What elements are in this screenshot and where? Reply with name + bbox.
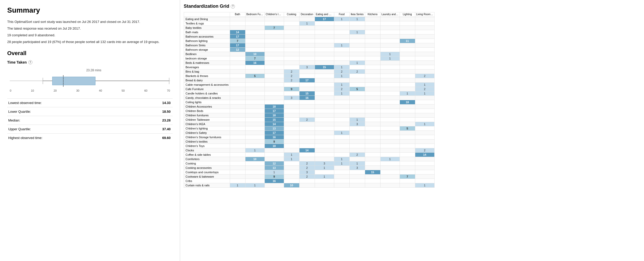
grid-cell — [365, 166, 380, 170]
grid-cell — [380, 175, 400, 179]
grid-cell — [415, 118, 434, 122]
grid-cell — [415, 144, 434, 148]
row-label: Children's textiles — [184, 140, 230, 144]
grid-cell — [315, 105, 334, 109]
grid-cell — [264, 56, 284, 61]
grid-cell — [380, 140, 400, 144]
grid-cell — [365, 43, 380, 48]
grid-cell — [380, 122, 400, 126]
table-row: Children's Safety171 — [184, 131, 435, 135]
grid-cell — [284, 126, 299, 131]
summary-text: This OptimalSort card sort study was lau… — [7, 19, 173, 45]
grid-cell — [349, 96, 365, 100]
table-row: Comforters10111 — [184, 157, 435, 161]
grid-cell — [380, 109, 400, 113]
grid-cell — [264, 157, 284, 161]
grid-cell — [380, 161, 400, 166]
row-label: Children furnitures — [184, 113, 230, 118]
grid-cell — [349, 148, 365, 153]
time-taken-help-icon[interactable]: ? — [28, 60, 32, 64]
grid-cell — [334, 113, 349, 118]
col-header-4: Decoration — [299, 12, 315, 17]
grid-cell — [380, 118, 400, 122]
grid-cell: 1 — [334, 161, 349, 166]
grid-cell — [245, 166, 264, 170]
grid-cell — [415, 113, 434, 118]
grid-cell — [334, 30, 349, 34]
grid-cell — [230, 122, 245, 126]
grid-cell: 10 — [245, 157, 264, 161]
table-row: Clocks1142 — [184, 148, 435, 153]
grid-cell — [245, 175, 264, 179]
grid-cell — [380, 74, 400, 78]
table-row: Cooktops and countertops1315 — [184, 170, 435, 175]
grid-cell — [284, 105, 299, 109]
grid-cell — [380, 21, 400, 26]
grid-cell — [334, 78, 349, 83]
grid-cell: 2 — [415, 74, 434, 78]
grid-cell — [334, 183, 349, 188]
grid-cell — [365, 126, 380, 131]
table-row: Children's Storage furnitures16 — [184, 135, 435, 140]
stats-row: Lower Quartile:18.50 — [7, 107, 173, 116]
grid-cell — [264, 52, 284, 56]
grid-cell: 9 — [284, 87, 299, 91]
grid-cell — [230, 126, 245, 131]
row-label: Bins & bag — [184, 69, 230, 74]
row-label: Eating and Dining — [184, 17, 230, 21]
grid-cell — [284, 52, 299, 56]
grid-cell — [334, 166, 349, 170]
grid-cell: 10 — [245, 52, 264, 56]
row-label: Textiles & rugs — [184, 21, 230, 26]
grid-cell — [264, 21, 284, 26]
grid-cell — [334, 52, 349, 56]
boxplot-area — [10, 74, 170, 88]
grid-cell — [299, 105, 315, 109]
grid-cell — [315, 148, 334, 153]
grid-cell — [380, 65, 400, 69]
summary-line-0: This OptimalSort card sort study was lau… — [7, 19, 173, 25]
grid-cell — [415, 126, 434, 131]
grid-cell — [245, 122, 264, 126]
grid-cell — [349, 131, 365, 135]
grid-cell — [264, 96, 284, 100]
grid-cell: 18 — [264, 113, 284, 118]
grid-cell — [334, 170, 349, 175]
grid-cell: 18 — [264, 105, 284, 109]
grid-cell — [400, 17, 415, 21]
grid-cell — [349, 26, 365, 30]
grid-cell — [349, 34, 365, 39]
left-panel: Summary This OptimalSort card sort study… — [0, 0, 180, 261]
grid-cell — [365, 87, 380, 91]
grid-cell: 1 — [349, 161, 365, 166]
summary-line-1: The latest response was received on Jul … — [7, 26, 173, 31]
grid-cell: 5 — [400, 126, 415, 131]
grid-cell — [315, 87, 334, 91]
grid-title: Standardization Grid ? — [184, 4, 640, 9]
table-row: Bathroom lighting711 — [184, 39, 435, 43]
grid-cell: 3 — [299, 170, 315, 175]
grid-cell — [400, 56, 415, 61]
grid-cell — [315, 39, 334, 43]
boxplot-container: 23.28 mins 0 10 20 30 40 50 60 70 — [7, 68, 173, 92]
grid-cell: 1 — [264, 170, 284, 175]
grid-cell — [245, 65, 264, 69]
boxplot-axis: 0 10 20 30 40 50 60 70 — [10, 89, 170, 92]
grid-cell — [299, 135, 315, 140]
row-label: Cooktops and countertops — [184, 170, 230, 175]
table-row: Children Beds17 — [184, 109, 435, 113]
grid-cell — [380, 91, 400, 96]
grid-cell — [334, 34, 349, 39]
grid-cell: 1 — [315, 166, 334, 170]
grid-cell — [400, 113, 415, 118]
row-label: Children's Storage furnitures — [184, 135, 230, 140]
col-header-8: Kitchens — [365, 12, 380, 17]
time-taken-label: Time Taken ? — [7, 60, 173, 64]
grid-help-icon[interactable]: ? — [231, 4, 235, 8]
grid-cell — [284, 135, 299, 140]
grid-cell — [365, 105, 380, 109]
right-panel[interactable]: Standardization Grid ? BathBedroom Furni… — [180, 0, 644, 261]
grid-cell — [415, 175, 434, 179]
grid-cell — [299, 179, 315, 183]
grid-cell — [284, 170, 299, 175]
